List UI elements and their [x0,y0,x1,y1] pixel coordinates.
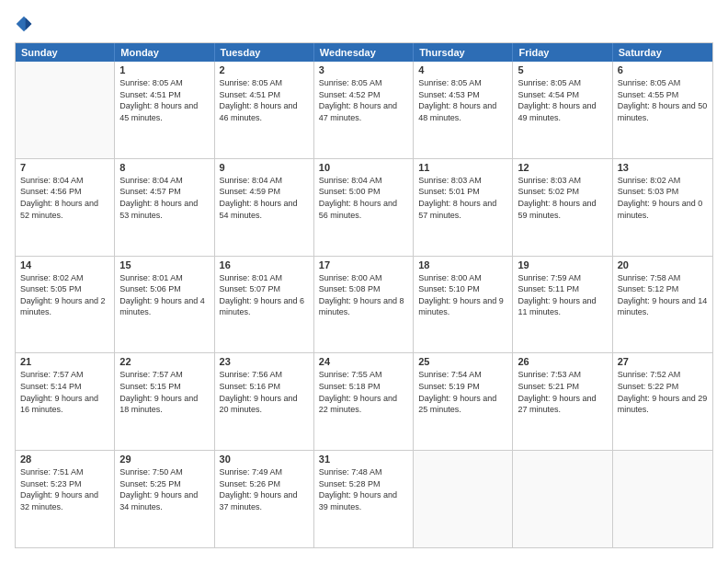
day-cell-29: 29 Sunrise: 7:50 AMSunset: 5:25 PMDaylig… [115,451,214,547]
day-number: 1 [119,64,209,75]
cell-info: Sunrise: 7:55 AMSunset: 5:18 PMDaylight:… [319,370,397,414]
calendar-header: SundayMondayTuesdayWednesdayThursdayFrid… [16,43,712,62]
calendar: SundayMondayTuesdayWednesdayThursdayFrid… [15,42,713,548]
day-number: 9 [220,162,309,173]
day-cell-22: 22 Sunrise: 7:57 AMSunset: 5:15 PMDaylig… [115,353,214,450]
day-cell-13: 13 Sunrise: 8:02 AMSunset: 5:03 PMDaylig… [613,159,712,256]
cell-info: Sunrise: 7:58 AMSunset: 5:12 PMDaylight:… [618,273,708,317]
cell-info: Sunrise: 7:48 AMSunset: 5:28 PMDaylight:… [319,467,397,511]
cell-info: Sunrise: 8:05 AMSunset: 4:51 PMDaylight:… [119,78,198,122]
cell-info: Sunrise: 7:54 AMSunset: 5:19 PMDaylight:… [418,370,496,414]
logo [15,15,37,33]
header-day-tuesday: Tuesday [215,43,314,62]
day-cell-9: 9 Sunrise: 8:04 AMSunset: 4:59 PMDayligh… [215,159,314,256]
calendar-row-4: 28 Sunrise: 7:51 AMSunset: 5:23 PMDaylig… [16,450,712,547]
day-cell-4: 4 Sunrise: 8:05 AMSunset: 4:53 PMDayligh… [414,62,513,158]
header-day-sunday: Sunday [16,43,115,62]
cell-info: Sunrise: 7:51 AMSunset: 5:23 PMDaylight:… [20,467,98,511]
day-number: 7 [20,162,109,173]
day-cell-19: 19 Sunrise: 7:59 AMSunset: 5:11 PMDaylig… [513,257,612,353]
day-number: 10 [319,162,408,173]
day-cell-14: 14 Sunrise: 8:02 AMSunset: 5:05 PMDaylig… [16,257,115,353]
empty-cell [414,451,513,547]
header-day-friday: Friday [513,43,612,62]
day-number: 18 [418,259,507,270]
day-number: 15 [119,259,209,270]
day-number: 30 [220,454,309,465]
calendar-row-1: 7 Sunrise: 8:04 AMSunset: 4:56 PMDayligh… [16,158,712,256]
cell-info: Sunrise: 8:05 AMSunset: 4:55 PMDaylight:… [618,78,708,122]
day-number: 4 [418,64,507,75]
day-cell-30: 30 Sunrise: 7:49 AMSunset: 5:26 PMDaylig… [215,451,314,547]
header-day-wednesday: Wednesday [314,43,414,62]
day-cell-17: 17 Sunrise: 8:00 AMSunset: 5:08 PMDaylig… [314,257,414,353]
day-number: 19 [518,259,607,270]
svg-marker-1 [26,17,32,29]
day-cell-5: 5 Sunrise: 8:05 AMSunset: 4:54 PMDayligh… [513,62,612,158]
calendar-row-0: 1 Sunrise: 8:05 AMSunset: 4:51 PMDayligh… [16,62,712,158]
cell-info: Sunrise: 7:56 AMSunset: 5:16 PMDaylight:… [220,370,298,414]
empty-cell [16,62,115,158]
day-number: 26 [518,356,607,367]
day-cell-20: 20 Sunrise: 7:58 AMSunset: 5:12 PMDaylig… [613,257,712,353]
day-number: 5 [518,64,607,75]
empty-cell [513,451,612,547]
day-cell-27: 27 Sunrise: 7:52 AMSunset: 5:22 PMDaylig… [613,353,712,450]
cell-info: Sunrise: 8:01 AMSunset: 5:07 PMDaylight:… [220,273,305,317]
cell-info: Sunrise: 7:52 AMSunset: 5:22 PMDaylight:… [618,370,708,414]
logo-icon [15,15,33,33]
day-number: 28 [20,454,109,465]
day-cell-8: 8 Sunrise: 8:04 AMSunset: 4:57 PMDayligh… [115,159,214,256]
calendar-row-2: 14 Sunrise: 8:02 AMSunset: 5:05 PMDaylig… [16,256,712,353]
day-cell-25: 25 Sunrise: 7:54 AMSunset: 5:19 PMDaylig… [414,353,513,450]
day-cell-18: 18 Sunrise: 8:00 AMSunset: 5:10 PMDaylig… [414,257,513,353]
cell-info: Sunrise: 7:49 AMSunset: 5:26 PMDaylight:… [220,467,298,511]
day-number: 6 [618,64,708,75]
day-number: 3 [319,64,408,75]
cell-info: Sunrise: 8:02 AMSunset: 5:03 PMDaylight:… [618,176,703,220]
day-number: 29 [119,454,209,465]
day-cell-23: 23 Sunrise: 7:56 AMSunset: 5:16 PMDaylig… [215,353,314,450]
day-cell-2: 2 Sunrise: 8:05 AMSunset: 4:51 PMDayligh… [215,62,314,158]
day-cell-10: 10 Sunrise: 8:04 AMSunset: 5:00 PMDaylig… [314,159,414,256]
cell-info: Sunrise: 7:57 AMSunset: 5:15 PMDaylight:… [119,370,198,414]
day-number: 24 [319,356,408,367]
cell-info: Sunrise: 8:05 AMSunset: 4:53 PMDaylight:… [418,78,496,122]
day-cell-26: 26 Sunrise: 7:53 AMSunset: 5:21 PMDaylig… [513,353,612,450]
day-number: 14 [20,259,109,270]
cell-info: Sunrise: 8:04 AMSunset: 4:57 PMDaylight:… [119,176,198,220]
day-cell-3: 3 Sunrise: 8:05 AMSunset: 4:52 PMDayligh… [314,62,414,158]
header-day-monday: Monday [115,43,214,62]
header-day-thursday: Thursday [414,43,513,62]
cell-info: Sunrise: 8:01 AMSunset: 5:06 PMDaylight:… [119,273,205,317]
day-number: 27 [618,356,708,367]
day-cell-24: 24 Sunrise: 7:55 AMSunset: 5:18 PMDaylig… [314,353,414,450]
header-day-saturday: Saturday [613,43,712,62]
day-number: 12 [518,162,607,173]
cell-info: Sunrise: 8:05 AMSunset: 4:54 PMDaylight:… [518,78,596,122]
cell-info: Sunrise: 8:04 AMSunset: 4:56 PMDaylight:… [20,176,98,220]
day-number: 2 [220,64,309,75]
day-number: 11 [418,162,507,173]
day-cell-12: 12 Sunrise: 8:03 AMSunset: 5:02 PMDaylig… [513,159,612,256]
cell-info: Sunrise: 8:00 AMSunset: 5:10 PMDaylight:… [418,273,504,317]
cell-info: Sunrise: 8:04 AMSunset: 5:00 PMDaylight:… [319,176,397,220]
cell-info: Sunrise: 8:05 AMSunset: 4:51 PMDaylight:… [220,78,298,122]
calendar-row-3: 21 Sunrise: 7:57 AMSunset: 5:14 PMDaylig… [16,352,712,450]
day-cell-16: 16 Sunrise: 8:01 AMSunset: 5:07 PMDaylig… [215,257,314,353]
day-number: 20 [618,259,708,270]
cell-info: Sunrise: 8:03 AMSunset: 5:01 PMDaylight:… [418,176,496,220]
cell-info: Sunrise: 8:04 AMSunset: 4:59 PMDaylight:… [220,176,298,220]
cell-info: Sunrise: 8:00 AMSunset: 5:08 PMDaylight:… [319,273,404,317]
cell-info: Sunrise: 7:57 AMSunset: 5:14 PMDaylight:… [20,370,98,414]
cell-info: Sunrise: 8:03 AMSunset: 5:02 PMDaylight:… [518,176,596,220]
day-number: 13 [618,162,708,173]
day-number: 22 [119,356,209,367]
day-number: 17 [319,259,408,270]
day-cell-28: 28 Sunrise: 7:51 AMSunset: 5:23 PMDaylig… [16,451,115,547]
day-number: 23 [220,356,309,367]
cell-info: Sunrise: 7:59 AMSunset: 5:11 PMDaylight:… [518,273,596,317]
day-number: 21 [20,356,109,367]
day-number: 16 [220,259,309,270]
cell-info: Sunrise: 8:02 AMSunset: 5:05 PMDaylight:… [20,273,106,317]
